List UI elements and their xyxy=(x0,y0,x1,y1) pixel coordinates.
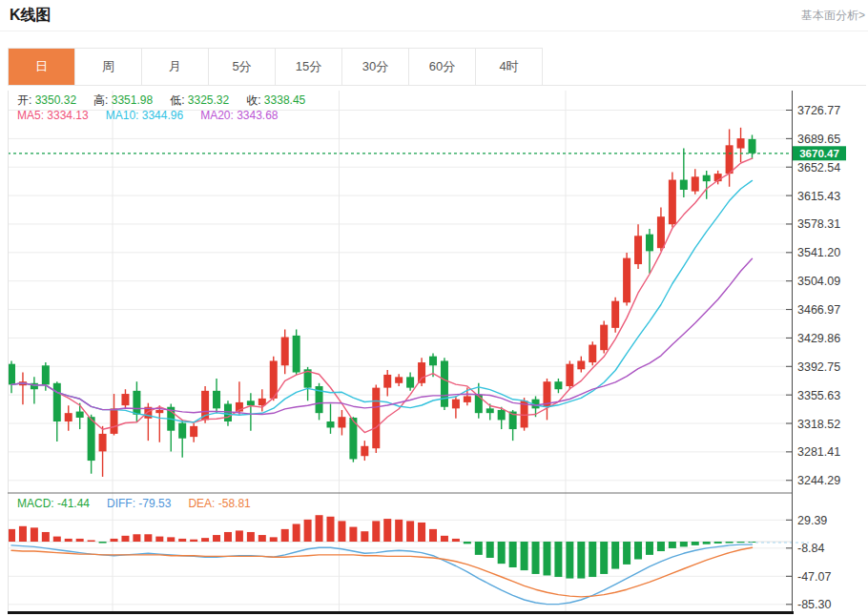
tab-日[interactable]: 日 xyxy=(9,49,74,85)
tab-30分[interactable]: 30分 xyxy=(341,49,408,85)
macd-histogram-bar xyxy=(623,542,630,565)
open-value: 3350.32 xyxy=(35,93,76,107)
kline-page: 3726.773689.653652.543615.433578.313541.… xyxy=(0,0,868,616)
ma-ma10: MA10: 3344.96 xyxy=(106,109,183,122)
ohlc-close: 收: 3338.45 xyxy=(246,93,305,107)
candle-body xyxy=(395,377,403,382)
price-axis-label: 3615.43 xyxy=(797,190,840,203)
price-axis-label: 3541.20 xyxy=(797,246,840,259)
macd-dea: DEA: -58.81 xyxy=(188,497,250,510)
macd-histogram-bar xyxy=(190,540,197,542)
macd-histogram-bar xyxy=(566,542,573,579)
macd-histogram-bar xyxy=(201,538,209,542)
macd-histogram-bar xyxy=(258,535,266,542)
macd-histogram-bar xyxy=(111,539,118,542)
macd-histogram-bar xyxy=(714,542,722,544)
macd-histogram-bar xyxy=(692,542,699,545)
price-axis-label: 3504.09 xyxy=(797,275,840,288)
candle-body xyxy=(406,377,414,387)
macd-info-row: MACD: -41.44DIFF: -79.53DEA: -58.81 xyxy=(17,497,268,510)
candle-body xyxy=(577,360,585,369)
macd-histogram-bar xyxy=(577,542,585,579)
candle-body xyxy=(53,383,61,421)
macd-macd: MACD: -41.44 xyxy=(17,497,90,510)
macd-histogram-bar xyxy=(76,539,84,542)
candle-body xyxy=(42,365,50,384)
macd-histogram-bar xyxy=(338,521,345,542)
macd-histogram-bar xyxy=(247,532,255,542)
tab-5分[interactable]: 5分 xyxy=(208,49,275,85)
tab-周[interactable]: 周 xyxy=(74,49,141,85)
ma-info-row: MA5: 3334.13MA10: 3344.96MA20: 3343.68 xyxy=(17,109,296,122)
candle-body xyxy=(498,410,506,420)
macd-histogram-bar xyxy=(475,542,483,555)
price-axis-label: 3318.52 xyxy=(797,418,840,431)
macd-histogram-bar xyxy=(19,526,27,542)
ohlc-open: 开: 3350.32 xyxy=(17,93,76,107)
macd-histogram-bar xyxy=(441,536,448,542)
macd-histogram-bar xyxy=(65,539,72,542)
tab-15分[interactable]: 15分 xyxy=(275,49,341,85)
macd-histogram-bar xyxy=(611,542,619,569)
macd-histogram-bar xyxy=(532,542,540,574)
diff-value: -79.53 xyxy=(138,497,171,510)
candle-body xyxy=(566,364,573,386)
candle-body xyxy=(281,338,289,366)
candle-body xyxy=(326,421,334,427)
ma20-line xyxy=(11,258,753,414)
candle-body xyxy=(76,412,84,418)
macd-axis-label: -85.30 xyxy=(797,598,831,611)
candle-body xyxy=(475,395,483,413)
candle-body xyxy=(88,417,95,461)
macd-histogram-bar xyxy=(406,521,414,542)
candle-body xyxy=(623,258,630,303)
dea-label: DEA: xyxy=(188,497,217,510)
macd-histogram-bar xyxy=(646,542,653,555)
page-title: K线图 xyxy=(10,6,52,26)
price-axis-label: 3466.97 xyxy=(797,303,840,317)
tab-60分[interactable]: 60分 xyxy=(408,49,475,85)
tab-月[interactable]: 月 xyxy=(141,49,208,85)
candle-body xyxy=(418,362,425,383)
candle-body xyxy=(338,417,345,427)
ohlc-high: 高: 3351.98 xyxy=(93,93,153,107)
macd-histogram-bar xyxy=(133,534,140,542)
macd-histogram-bar xyxy=(395,520,403,542)
candle-body xyxy=(372,388,380,449)
close-label: 收: xyxy=(246,93,264,107)
ma10-label: MA10: xyxy=(106,109,142,122)
candle-body xyxy=(657,216,665,248)
candle-body xyxy=(703,175,711,181)
macd-histogram-bar xyxy=(452,539,460,542)
ma10-line xyxy=(11,180,753,422)
candle-body xyxy=(111,408,118,434)
candle-body xyxy=(383,375,391,388)
macd-histogram-bar xyxy=(498,542,506,564)
candle-body xyxy=(133,391,140,415)
macd-histogram-bar xyxy=(521,542,528,570)
macd-histogram-bar xyxy=(543,542,550,575)
current-price-label: 3670.47 xyxy=(799,148,839,159)
candle-body xyxy=(429,357,437,366)
candle-body xyxy=(692,176,699,191)
macd-histogram-bar xyxy=(144,534,152,542)
candle-body xyxy=(554,381,562,389)
tab-4时[interactable]: 4时 xyxy=(475,49,542,85)
macd-histogram-bar xyxy=(509,542,517,567)
macd-histogram-bar xyxy=(326,517,334,542)
candle-body xyxy=(8,364,15,385)
macd-histogram-bar xyxy=(99,542,107,544)
candle-body xyxy=(726,145,734,174)
macd-histogram-bar xyxy=(155,537,163,542)
macd-histogram-bar xyxy=(589,542,596,577)
macd-histogram-bar xyxy=(316,515,323,542)
fundamental-analysis-link[interactable]: 基本面分析> xyxy=(801,8,865,24)
candle-body xyxy=(600,325,608,351)
macd-histogram-bar xyxy=(361,531,368,542)
low-label: 低: xyxy=(170,93,188,107)
ma-ma20: MA20: 3343.68 xyxy=(200,109,278,122)
ma5-line xyxy=(11,158,753,433)
candle-body xyxy=(680,180,688,190)
candle-body xyxy=(646,235,653,252)
low-value: 3325.32 xyxy=(188,93,229,107)
